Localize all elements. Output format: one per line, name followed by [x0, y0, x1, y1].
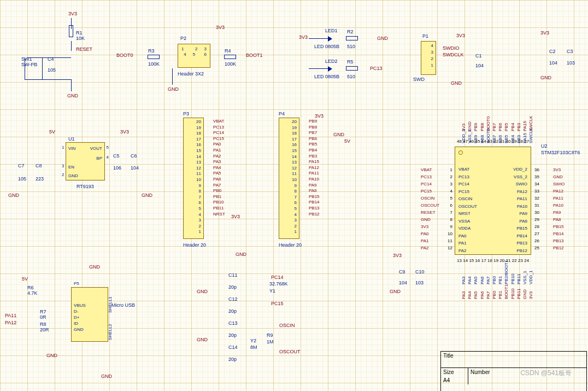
r3-body: [148, 55, 160, 59]
led2-icon: [328, 66, 332, 72]
r1-val: 10K: [76, 36, 85, 41]
r1-body: [69, 25, 73, 37]
u2-ref: U2: [541, 143, 548, 149]
reset-net: RESET: [76, 46, 92, 52]
watermark: CSDN @541板哥: [520, 369, 572, 378]
net-3v3: 3V3: [68, 11, 77, 16]
p1-header: P1 4 3 2 1: [421, 41, 436, 75]
c4-val: 105: [48, 67, 56, 73]
p5-usb: P5 VBUS D- D+ ID GND SHELL1 SHELL2: [71, 287, 108, 342]
r2-body: [346, 36, 358, 40]
r1-ref: R1: [76, 30, 83, 36]
u1-regulator: U1 VIN VOUT BP EN GND 1 3 2 5 4: [66, 142, 105, 180]
sw1-ref: SW1: [21, 56, 32, 62]
c4-ref: C4: [48, 56, 54, 62]
schematic-canvas: 3V3 R1 10K RESET C4 105 SW1 SW-PB GND 3V…: [0, 0, 588, 391]
u1-type: RT9193: [77, 184, 94, 189]
u2-type: STM32F103C8T6: [541, 150, 580, 155]
r4-body: [224, 55, 236, 59]
p2-header: P2 1 2 3 4 5 6: [178, 44, 210, 68]
gnd-reset: GND: [67, 93, 78, 98]
p2-type: Header 3X2: [178, 71, 204, 77]
boot0-net: BOOT0: [116, 52, 133, 58]
sw1-val: SW-PB: [21, 62, 37, 67]
boot1-net: BOOT1: [246, 52, 263, 58]
led1-icon: [328, 36, 332, 42]
